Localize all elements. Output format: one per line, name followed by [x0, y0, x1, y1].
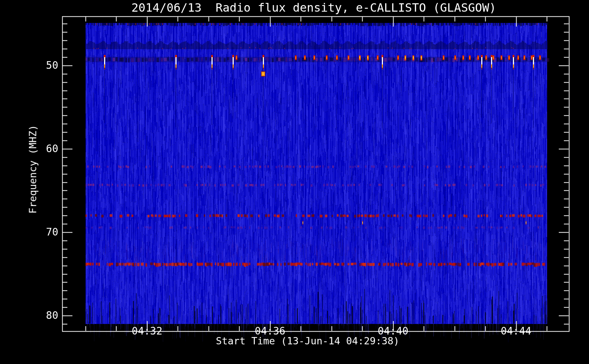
y-axis-label: Frequency (MHZ) [27, 125, 39, 214]
y-tick-label: 80 [33, 309, 58, 321]
y-tick-label: 50 [33, 59, 58, 71]
y-tick-label: 70 [33, 226, 58, 238]
x-tick-label: 04:40 [378, 325, 408, 337]
x-tick-label: 04:32 [132, 325, 162, 337]
spectrogram-plot [0, 0, 589, 364]
x-axis-label: Start Time (13-Jun-14 04:29:38) [216, 335, 399, 347]
y-tick-label: 60 [33, 143, 58, 155]
spectrogram-figure: 2014/06/13 Radio flux density, e-CALLIST… [0, 0, 589, 364]
x-tick-label: 04:36 [255, 325, 285, 337]
x-tick-label: 04:44 [501, 325, 531, 337]
plot-title: 2014/06/13 Radio flux density, e-CALLIST… [131, 1, 496, 15]
